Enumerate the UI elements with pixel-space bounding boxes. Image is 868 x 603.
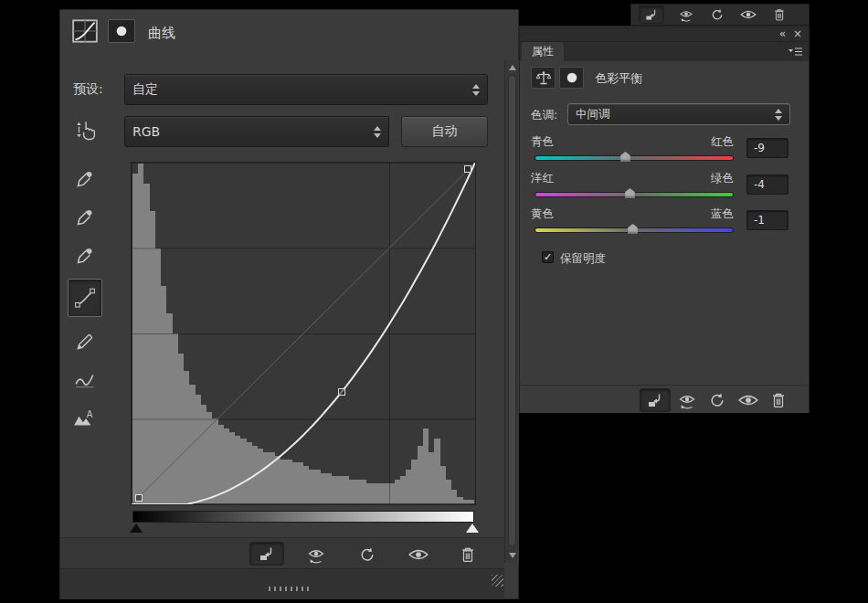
visibility-eye-icon — [408, 547, 429, 562]
preserve-luminosity-label[interactable]: 保留明度 — [560, 251, 606, 267]
reset-button[interactable] — [704, 388, 731, 412]
previous-state-icon — [307, 546, 325, 564]
panel-drag-grip[interactable] — [269, 587, 311, 591]
adjustment-toolbar — [520, 385, 809, 413]
eyedropper-icon — [75, 207, 95, 227]
panel-status-bar — [60, 568, 504, 599]
close-panel-icon[interactable]: × — [793, 26, 802, 41]
yellow-blue-slider-thumb[interactable] — [628, 224, 638, 234]
point-curve-tool[interactable] — [68, 279, 102, 317]
clip-to-layer-button[interactable] — [640, 388, 671, 412]
channel-value: RGB — [132, 124, 368, 139]
scroll-up-arrow-icon[interactable] — [509, 65, 516, 70]
preserve-luminosity-checkbox[interactable]: ✓ — [542, 251, 554, 263]
visibility-eye-icon — [738, 393, 758, 407]
clip-to-layer-icon — [647, 392, 663, 408]
clip-to-layer-button[interactable] — [639, 5, 664, 24]
previous-state-icon — [677, 6, 695, 24]
visibility-button[interactable] — [405, 543, 432, 566]
delete-button[interactable] — [767, 5, 792, 24]
preset-value: 自定 — [132, 81, 467, 98]
svg-text:A: A — [87, 409, 93, 419]
shadow-input-slider[interactable] — [130, 524, 143, 533]
reset-icon — [709, 392, 725, 408]
tone-value: 中间调 — [576, 107, 769, 122]
cyan-red-value-field[interactable]: -9 — [746, 138, 789, 158]
clip-to-layer-button[interactable] — [249, 542, 284, 566]
preset-dropdown[interactable]: 自定 — [124, 74, 488, 105]
curve-point-mid[interactable] — [338, 388, 345, 396]
eyedropper-icon — [75, 169, 95, 189]
panel-menu-icon[interactable] — [788, 47, 803, 57]
panel-title-bar: « × — [520, 26, 809, 42]
delete-icon — [460, 546, 475, 563]
scroll-down-arrow-icon[interactable] — [509, 553, 516, 558]
magenta-green-value-field[interactable]: -4 — [746, 175, 789, 195]
panel-title: 曲线 — [148, 25, 175, 42]
targeted-adjustment-tool[interactable] — [68, 114, 102, 145]
color-balance-adjustment-thumbnail[interactable] — [531, 67, 556, 89]
pencil-tool[interactable] — [68, 326, 102, 357]
white-point-eyedropper[interactable] — [68, 240, 102, 271]
layer-mask-thumbnail[interactable] — [108, 19, 135, 43]
visibility-button[interactable] — [736, 5, 761, 24]
clip-to-layer-icon — [259, 545, 275, 562]
delete-button[interactable] — [454, 543, 482, 566]
panel-tab-bar: 属性 — [520, 42, 809, 61]
layer-mask-icon — [563, 69, 581, 86]
cyan-red-slider-track[interactable] — [535, 155, 734, 161]
delete-icon — [772, 6, 787, 23]
panel-resize-grip[interactable] — [492, 575, 503, 587]
pencil-icon — [75, 332, 95, 352]
tone-label: 色调: — [531, 108, 557, 123]
reset-icon — [709, 6, 725, 23]
curve-graph-area[interactable] — [131, 162, 476, 505]
curve-point-markers — [132, 163, 475, 504]
highlight-input-slider[interactable] — [466, 524, 479, 533]
gray-point-eyedropper[interactable] — [68, 202, 102, 233]
point-curve-icon — [74, 287, 96, 309]
curve-point-highlight[interactable] — [464, 165, 471, 173]
preset-label: 预设: — [73, 81, 103, 98]
previous-state-button[interactable] — [302, 543, 330, 566]
cyan-red-slider-thumb[interactable] — [620, 152, 630, 162]
previous-state-icon — [678, 392, 696, 409]
dropdown-stepper-icon — [775, 109, 782, 121]
cyan-red-slider-row: 青色 红色 -9 — [531, 134, 801, 169]
yellow-blue-value-field[interactable]: -1 — [746, 210, 789, 230]
slider-right-label: 绿色 — [531, 171, 734, 186]
curves-icon — [72, 19, 98, 43]
curves-adjustment-thumbnail[interactable] — [69, 17, 101, 45]
clipping-display-tool[interactable]: A — [68, 403, 102, 434]
visibility-eye-icon — [738, 7, 758, 22]
curve-point-shadow[interactable] — [135, 494, 143, 502]
collapsed-panel-toolbar — [630, 4, 810, 26]
delete-button[interactable] — [765, 388, 792, 412]
visibility-button[interactable] — [735, 388, 762, 412]
previous-state-button[interactable] — [673, 388, 701, 412]
smooth-curve-tool[interactable] — [68, 365, 102, 396]
scrollbar-thumb[interactable] — [508, 75, 516, 546]
layer-mask-thumbnail[interactable] — [559, 67, 584, 89]
layer-mask-icon — [112, 23, 131, 39]
previous-state-button[interactable] — [673, 5, 699, 24]
tab-properties[interactable]: 属性 — [522, 42, 564, 61]
curves-panel: 曲线 预设: 自定 RGB 自动 A — [59, 9, 519, 599]
slider-right-label: 红色 — [531, 134, 734, 150]
color-balance-icon — [535, 70, 552, 86]
photoshop-workspace: 曲线 预设: 自定 RGB 自动 A — [0, 0, 868, 603]
black-point-eyedropper[interactable] — [68, 164, 102, 195]
adjustment-toolbar — [60, 537, 504, 568]
targeted-adjustment-icon — [74, 119, 96, 141]
input-levels-ramp — [132, 511, 474, 523]
reset-icon — [359, 546, 376, 563]
reset-button[interactable] — [704, 5, 730, 24]
channel-dropdown[interactable]: RGB — [124, 116, 389, 147]
auto-button[interactable]: 自动 — [401, 116, 488, 147]
panel-scrollbar[interactable] — [504, 60, 519, 563]
reset-button[interactable] — [354, 543, 381, 566]
tone-dropdown[interactable]: 中间调 — [567, 103, 790, 125]
properties-panel: « × 属性 色彩平衡 色调: 中间调 青色 红色 -9 洋红 — [519, 26, 810, 413]
collapse-panel-icon[interactable]: « — [779, 26, 785, 41]
magenta-green-slider-thumb[interactable] — [625, 188, 635, 198]
